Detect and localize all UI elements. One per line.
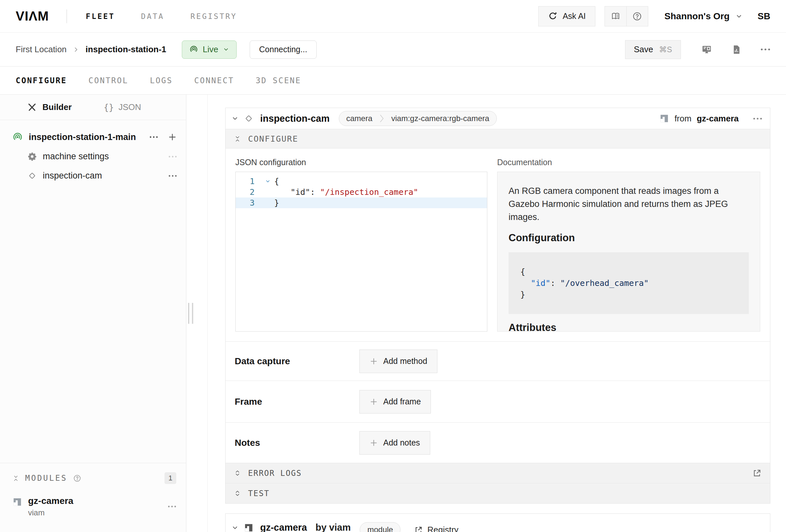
open-external-icon[interactable] — [753, 469, 762, 478]
notes-label: Notes — [235, 438, 360, 448]
report-document-icon[interactable] — [731, 44, 742, 55]
expand-icon — [234, 470, 241, 477]
monitor-icon[interactable] — [701, 44, 712, 55]
module-tag: module — [360, 522, 400, 532]
fold-chevron-icon[interactable] — [261, 176, 274, 187]
documentation-description: An RGB camera component that reads image… — [509, 184, 735, 224]
tab-logs[interactable]: LOGS — [150, 76, 173, 85]
tab-connect[interactable]: CONNECT — [194, 76, 234, 85]
add-notes-button[interactable]: Add notes — [360, 431, 430, 455]
builder-tools-icon — [27, 103, 37, 112]
add-component-button[interactable] — [168, 133, 177, 142]
nav-tab-fleet[interactable]: FLEET — [86, 12, 115, 21]
registry-link[interactable]: Registry — [414, 525, 458, 532]
breadcrumb-location[interactable]: First Location — [16, 44, 67, 54]
tab-configure[interactable]: CONFIGURE — [16, 76, 67, 85]
module-icon — [13, 497, 22, 507]
nav-divider — [67, 9, 67, 23]
tree-item-machine-part[interactable]: inspection-station-1-main — [13, 132, 177, 142]
machine-overflow-menu[interactable] — [761, 48, 770, 51]
help-icon-group — [604, 6, 648, 26]
test-section-header[interactable]: TEST — [226, 483, 770, 503]
avatar[interactable]: SB — [758, 11, 770, 22]
help-icon[interactable] — [626, 6, 648, 26]
documentation-panel[interactable]: An RGB camera component that reads image… — [497, 172, 760, 331]
tree-item-machine-settings[interactable]: machine settings — [13, 152, 177, 162]
add-method-button[interactable]: Add method — [360, 350, 437, 373]
json-config-editor[interactable]: 1{ 2"id": "/inspection_camera" 3} — [235, 172, 487, 331]
help-icon[interactable] — [73, 474, 81, 482]
line-number: 3 — [236, 198, 261, 208]
modules-section: MODULES 1 gz-camera viam — [0, 463, 186, 532]
machine-status-dropdown[interactable]: Live — [182, 41, 237, 59]
line-number: 2 — [236, 187, 261, 198]
machine-settings-menu[interactable] — [168, 155, 177, 158]
editor-line: 1{ — [236, 176, 487, 187]
docs-book-icon[interactable] — [605, 6, 626, 26]
builder-mode-toggle[interactable]: Builder — [27, 102, 72, 112]
plus-icon — [370, 439, 378, 447]
chevron-down-icon — [223, 46, 229, 52]
nav-tab-registry[interactable]: REGISTRY — [190, 12, 237, 21]
from-module-link[interactable]: gz-camera — [697, 114, 739, 124]
broadcast-icon — [189, 45, 198, 54]
collapse-icon — [13, 475, 19, 482]
json-mode-toggle[interactable]: {} JSON — [104, 102, 141, 112]
collapse-icon — [234, 135, 241, 142]
json-label: JSON — [118, 102, 141, 112]
configure-section-body: JSON configuration 1{ 2"id": "/inspectio… — [226, 148, 770, 341]
editor-active-line: 3} — [236, 198, 487, 208]
module-icon — [660, 114, 669, 123]
top-nav: VIΛM FLEET DATA REGISTRY Ask AI Shannon'… — [0, 0, 786, 33]
component-model: viam:gz-camera:rgb-camera — [384, 111, 496, 126]
primary-nav: FLEET DATA REGISTRY — [86, 12, 237, 21]
viam-logo[interactable]: VIΛM — [16, 9, 49, 23]
diamond-component-icon — [27, 171, 37, 181]
module-icon — [244, 523, 254, 532]
braces-icon: {} — [104, 102, 114, 112]
editor-line: 2"id": "/inspection_camera" — [236, 187, 487, 198]
save-button[interactable]: Save ⌘S — [625, 40, 681, 59]
component-overflow-menu[interactable] — [753, 117, 762, 120]
breadcrumb-chevron-icon — [72, 46, 79, 53]
chevron-down-icon[interactable] — [231, 115, 239, 122]
machine-part-menu[interactable] — [149, 136, 158, 138]
nav-tab-data[interactable]: DATA — [141, 12, 164, 21]
module-author: viam — [28, 508, 73, 517]
configure-section-header[interactable]: CONFIGURE — [226, 129, 770, 148]
pane-resize-gutter — [186, 95, 208, 532]
attributes-heading: Attributes — [509, 322, 749, 331]
builder-label: Builder — [42, 102, 72, 112]
chevron-down-icon — [735, 13, 743, 20]
data-capture-label: Data capture — [235, 356, 360, 367]
viam-app: VIΛM FLEET DATA REGISTRY Ask AI Shannon'… — [0, 0, 786, 532]
module-card-name: gz-camera — [260, 522, 307, 532]
add-frame-button[interactable]: Add frame — [360, 390, 431, 414]
machine-tab-bar: CONFIGURE CONTROL LOGS CONNECT 3D SCENE — [0, 66, 786, 95]
machine-bar: First Location inspection-station-1 Live… — [0, 33, 786, 66]
configuration-heading: Configuration — [509, 232, 749, 244]
ask-ai-button[interactable]: Ask AI — [538, 6, 595, 26]
tree-item-inspection-cam[interactable]: inspection-cam — [13, 171, 177, 181]
config-main-panel: inspection-cam camera viam:gz-camera:rgb… — [208, 95, 786, 532]
component-card-inspection-cam: inspection-cam camera viam:gz-camera:rgb… — [225, 108, 770, 504]
org-switcher[interactable]: Shannon's Org — [665, 11, 743, 22]
pane-resize-handle[interactable] — [188, 303, 193, 324]
tab-3d-scene[interactable]: 3D SCENE — [256, 76, 301, 85]
json-config-column: JSON configuration 1{ 2"id": "/inspectio… — [235, 158, 487, 331]
modules-header[interactable]: MODULES 1 — [13, 472, 176, 484]
inspection-cam-menu[interactable] — [168, 175, 177, 177]
tree-item-label: inspection-cam — [43, 171, 102, 181]
connecting-button[interactable]: Connecting... — [250, 41, 317, 59]
error-logs-section-header[interactable]: ERROR LOGS — [226, 463, 770, 483]
module-card-byline: by viam — [315, 522, 351, 532]
chevron-down-icon[interactable] — [231, 524, 239, 531]
modules-count-badge: 1 — [164, 472, 176, 484]
module-list-item[interactable]: gz-camera viam — [13, 496, 176, 517]
component-tree: inspection-station-1-main machine settin… — [0, 120, 186, 463]
module-menu[interactable] — [168, 505, 176, 508]
machine-part-name: inspection-station-1-main — [29, 132, 136, 142]
expand-icon — [234, 490, 241, 497]
sparkle-refresh-icon — [548, 11, 558, 21]
tab-control[interactable]: CONTROL — [89, 76, 128, 85]
